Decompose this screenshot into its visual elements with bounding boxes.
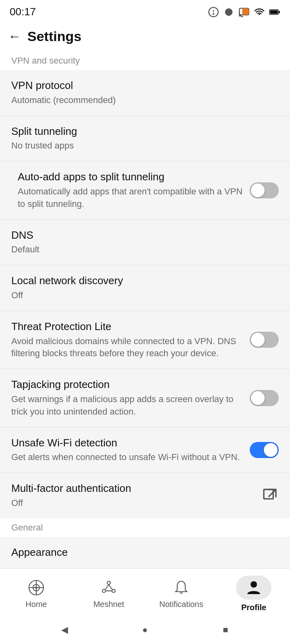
nav-item-meshnet[interactable]: Meshnet — [72, 579, 145, 609]
nav-item-notifications[interactable]: Notifications — [145, 579, 218, 609]
alert-icon — [208, 6, 219, 18]
threat-protection-subtitle: Avoid malicious domains while connected … — [11, 335, 243, 360]
dns-item[interactable]: DNS Default — [0, 220, 290, 266]
battery-icon — [269, 6, 280, 18]
mfa-subtitle: Off — [11, 497, 255, 510]
cast-icon — [238, 6, 250, 18]
bottom-nav: Home Meshnet Notifications Profile — [0, 568, 290, 617]
tapjacking-toggle[interactable] — [250, 390, 279, 406]
svg-line-11 — [269, 489, 276, 497]
unsafe-wifi-toggle[interactable] — [250, 442, 279, 458]
android-recent-button[interactable]: ■ — [219, 623, 232, 636]
mfa-item[interactable]: Multi-factor authentication Off — [0, 473, 290, 518]
android-nav-bar: ◀ ● ■ — [0, 617, 290, 644]
vpn-protocol-item[interactable]: VPN protocol Automatic (recommended) — [0, 70, 290, 116]
tapjacking-item[interactable]: Tapjacking protection Get warnings if a … — [0, 369, 290, 427]
section-label-general: General — [0, 518, 290, 537]
svg-line-20 — [109, 584, 112, 589]
svg-line-19 — [106, 584, 109, 589]
svg-point-22 — [251, 581, 257, 588]
status-time: 00:17 — [10, 6, 36, 18]
external-link-icon — [261, 487, 279, 504]
split-tunneling-subtitle: No trusted apps — [11, 140, 272, 152]
nav-label-meshnet: Meshnet — [93, 600, 124, 609]
svg-point-6 — [239, 15, 240, 17]
vpn-protocol-subtitle: Automatic (recommended) — [11, 94, 272, 107]
local-network-item[interactable]: Local network discovery Off — [0, 265, 290, 311]
dns-subtitle: Default — [11, 244, 272, 256]
tapjacking-subtitle: Get warnings if a malicious app adds a s… — [11, 393, 243, 418]
unsafe-wifi-title: Unsafe Wi-Fi detection — [11, 436, 243, 450]
page-title: Settings — [27, 29, 81, 44]
status-icons — [208, 6, 280, 18]
auto-add-split-toggle[interactable] — [250, 182, 279, 198]
nav-item-profile[interactable]: Profile — [218, 576, 290, 612]
svg-point-16 — [107, 581, 110, 584]
general-settings-list: Appearance — [0, 537, 290, 568]
svg-rect-8 — [270, 10, 278, 14]
header: ← Settings — [0, 21, 290, 52]
svg-point-2 — [213, 13, 214, 14]
appearance-item[interactable]: Appearance — [0, 537, 290, 568]
home-icon — [27, 579, 45, 597]
auto-add-split-subtitle: Automatically add apps that aren't compa… — [18, 186, 243, 211]
auto-add-split-item[interactable]: Auto-add apps to split tunneling Automat… — [0, 161, 290, 219]
vpn-protocol-title: VPN protocol — [11, 79, 272, 93]
local-network-subtitle: Off — [11, 289, 272, 302]
vpn-settings-list: VPN protocol Automatic (recommended) Spl… — [0, 70, 290, 518]
status-bar: 00:17 — [0, 0, 290, 21]
svg-rect-9 — [279, 11, 280, 13]
split-tunneling-item[interactable]: Split tunneling No trusted apps — [0, 116, 290, 162]
unsafe-wifi-item[interactable]: Unsafe Wi-Fi detection Get alerts when c… — [0, 427, 290, 473]
threat-protection-toggle[interactable] — [250, 332, 279, 348]
android-home-button[interactable]: ● — [139, 623, 151, 636]
tapjacking-title: Tapjacking protection — [11, 378, 243, 392]
nav-label-home: Home — [25, 600, 47, 609]
threat-protection-item[interactable]: Threat Protection Lite Avoid malicious d… — [0, 311, 290, 369]
dot-icon — [223, 6, 234, 18]
nav-label-notifications: Notifications — [160, 600, 203, 609]
nav-label-profile: Profile — [241, 603, 266, 612]
auto-add-split-title: Auto-add apps to split tunneling — [18, 170, 243, 184]
split-tunneling-title: Split tunneling — [11, 125, 272, 138]
unsafe-wifi-subtitle: Get alerts when connected to unsafe Wi-F… — [11, 451, 243, 464]
dns-title: DNS — [11, 229, 272, 242]
wifi-icon — [254, 6, 265, 18]
svg-point-3 — [225, 8, 233, 16]
back-button[interactable]: ← — [8, 29, 21, 44]
svg-point-17 — [102, 589, 106, 592]
threat-protection-title: Threat Protection Lite — [11, 320, 243, 334]
android-back-button[interactable]: ◀ — [58, 623, 71, 636]
meshnet-icon — [100, 579, 118, 597]
appearance-title: Appearance — [11, 546, 272, 559]
section-label-vpn: VPN and security — [0, 52, 290, 70]
svg-rect-5 — [242, 8, 249, 14]
bell-icon — [172, 579, 190, 597]
profile-icon — [245, 578, 263, 596]
mfa-title: Multi-factor authentication — [11, 482, 255, 495]
svg-point-18 — [112, 589, 115, 592]
local-network-title: Local network discovery — [11, 274, 272, 288]
nav-item-home[interactable]: Home — [0, 579, 72, 609]
